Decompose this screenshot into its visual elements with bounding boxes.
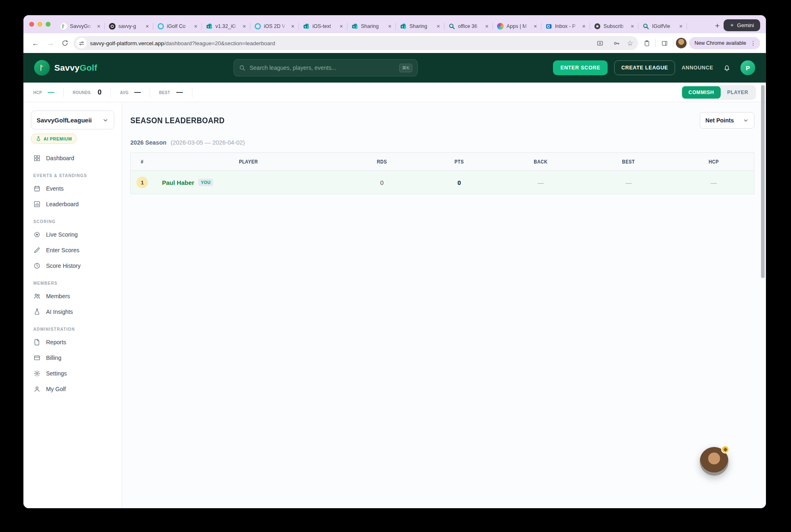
sidebar-nav-item[interactable]: Score History [23, 258, 122, 274]
gear-icon [33, 370, 41, 377]
sidebar-nav-item[interactable]: Reports [23, 334, 122, 350]
points-mode-select[interactable]: Net Points [700, 112, 754, 129]
table-row[interactable]: 1 Paul Haber YOU 0 0 — — — [131, 171, 754, 194]
sidebar-nav-item[interactable]: My Golf [23, 381, 122, 397]
league-select[interactable]: SavvyGolfLeagueii [31, 111, 114, 129]
tab-title: v1.32_iG [215, 23, 238, 29]
browser-tab[interactable]: IGolfVie × [638, 19, 687, 33]
table-header-cell: BEST [584, 159, 673, 165]
site-info-icon[interactable] [76, 38, 87, 48]
side-panel-icon[interactable] [658, 37, 671, 49]
zoom-window-button[interactable] [46, 22, 51, 27]
create-league-button[interactable]: CREATE LEAGUE [614, 60, 675, 75]
profile-avatar[interactable] [676, 38, 687, 48]
tab-close-icon[interactable]: × [532, 23, 539, 30]
assistant-badge-icon [721, 445, 729, 454]
new-tab-button[interactable]: + [711, 20, 724, 32]
user-avatar[interactable]: P [740, 60, 755, 75]
nav-item-label: Enter Scores [46, 247, 79, 253]
stat-label: BEST [159, 90, 170, 95]
sidebar-nav-item[interactable]: Dashboard [23, 150, 122, 166]
browser-tab[interactable]: Inbox - P × [541, 19, 590, 33]
tab-close-icon[interactable]: × [192, 23, 199, 30]
nav-item-label: My Golf [46, 386, 66, 392]
tab-close-icon[interactable]: × [144, 23, 150, 30]
mag-favicon [449, 23, 455, 30]
stat-value: 0 [97, 88, 101, 97]
minimize-window-button[interactable] [37, 22, 42, 27]
player-toggle-button[interactable]: PLAYER [721, 86, 755, 99]
close-window-button[interactable] [29, 22, 34, 27]
league-select-value: SavvyGolfLeagueii [37, 117, 92, 124]
player-name-link[interactable]: Paul Haber [162, 179, 194, 186]
tab-close-icon[interactable]: × [483, 23, 490, 30]
browser-tab[interactable]: iGolf Co × [153, 19, 202, 33]
browser-tab[interactable]: s Sharing × [396, 19, 444, 33]
best-value: — [584, 179, 673, 186]
sidebar-nav-item[interactable]: Leaderboard [23, 196, 122, 212]
page-scrollbar[interactable] [761, 85, 765, 278]
browser-menu-icon[interactable]: ⋮ [749, 40, 758, 46]
tab-close-icon[interactable]: × [95, 23, 102, 30]
notifications-bell-icon[interactable] [720, 61, 734, 75]
browser-tab[interactable]: s iOS-text × [299, 19, 347, 33]
chevron-down-icon [102, 117, 109, 123]
tab-close-icon[interactable]: × [386, 23, 393, 30]
browser-window: SavvyGo × savvy-g × iGolf Co × s v1.32_i… [23, 15, 766, 508]
tab-close-icon[interactable]: × [241, 23, 247, 30]
browser-tab[interactable]: s Sharing × [347, 19, 396, 33]
address-bar[interactable]: savvy-golf-platform.vercel.app/dashboard… [74, 36, 638, 50]
reload-button[interactable] [59, 37, 71, 49]
sidebar-nav-item[interactable]: Billing [23, 350, 122, 366]
mag-favicon [643, 23, 649, 30]
ai-premium-label: AI PREMIUM [44, 136, 72, 141]
extensions-icon[interactable] [641, 37, 653, 49]
browser-tab[interactable]: s v1.32_iG × [202, 19, 250, 33]
stat-value: — [134, 89, 141, 96]
stats-bar: HCP — ROUNDS 0 AVG — [23, 83, 766, 102]
tab-close-icon[interactable]: × [629, 23, 636, 30]
tab-title: Sharing [409, 23, 432, 29]
commish-toggle-button[interactable]: COMMISH [682, 86, 721, 99]
back-button[interactable]: ← [29, 37, 42, 49]
target-icon [33, 231, 41, 238]
sidebar-nav-item[interactable]: Settings [23, 366, 122, 381]
chrome-update-pill[interactable]: New Chrome available ⋮ [689, 37, 760, 49]
browser-tab[interactable]: SavvyGo × [56, 19, 105, 33]
browser-tab[interactable]: Subscrib × [590, 19, 638, 33]
stat-item: BEST — [159, 89, 183, 96]
tab-close-icon[interactable]: × [338, 23, 345, 30]
password-key-icon[interactable] [611, 37, 623, 49]
install-app-icon[interactable] [594, 37, 606, 49]
gemini-button[interactable]: ✦ Gemini [724, 19, 760, 31]
assistant-avatar-button[interactable] [700, 447, 729, 476]
announce-button[interactable]: ANNOUNCE [682, 65, 713, 71]
tab-strip: SavvyGo × savvy-g × iGolf Co × s v1.32_i… [23, 15, 766, 33]
sidebar-nav-item[interactable]: AI Insights [23, 304, 122, 320]
enter-score-button[interactable]: ENTER SCORE [553, 60, 608, 75]
browser-tab[interactable]: Apps | M × [493, 19, 541, 33]
tab-close-icon[interactable]: × [289, 23, 296, 30]
stat-item: HCP — [33, 89, 54, 96]
flask-icon [36, 136, 41, 141]
tab-close-icon[interactable]: × [581, 23, 587, 30]
browser-tab[interactable]: savvy-g × [105, 19, 153, 33]
app-header: SavvyGolf Search leagues, players, event… [23, 53, 766, 83]
forward-button[interactable]: → [44, 37, 56, 49]
sidebar-nav-item[interactable]: Live Scoring [23, 227, 122, 242]
table-header-cell: PTS [421, 159, 497, 165]
search-input[interactable]: Search leagues, players, events... ⌘K [234, 59, 418, 76]
tab-close-icon[interactable]: × [435, 23, 442, 30]
browser-tab[interactable]: office 36 × [444, 19, 493, 33]
table-header-cell: PLAYER [154, 159, 343, 165]
browser-tab[interactable]: iOS 2D V × [250, 19, 299, 33]
sidebar-nav-item[interactable]: Events [23, 181, 122, 196]
tab-close-icon[interactable]: × [678, 23, 684, 30]
stat-item: ROUNDS 0 [73, 88, 102, 97]
bookmark-star-icon[interactable]: ☆ [627, 40, 633, 47]
nav-item-label: Settings [46, 370, 67, 377]
sidebar-nav-item[interactable]: Enter Scores [23, 242, 122, 258]
season-line: 2026 Season (2026-03-05 — 2026-04-02) [130, 139, 754, 146]
sidebar-nav-item[interactable]: Members [23, 288, 122, 304]
hcp-value: — [673, 179, 754, 186]
